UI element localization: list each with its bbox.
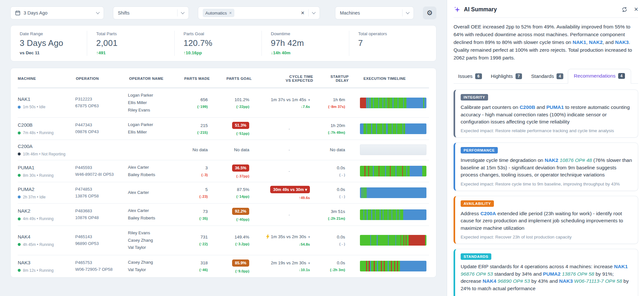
- startup-delay-delta: ( - ): [310, 195, 345, 198]
- close-icon[interactable]: ×: [634, 6, 638, 13]
- table-row[interactable]: NAK11m 50s • IdleP31222367875 OP63Logan …: [18, 88, 429, 118]
- cycle-time-delta: ↓10.1s: [249, 268, 310, 272]
- table-row[interactable]: NAK44h 45m • RunningP46514396890 OP53Ril…: [18, 226, 429, 255]
- machine-link[interactable]: NAK1: [573, 39, 586, 45]
- machine-cell: C200A10h 46m • Not Reporting: [18, 143, 75, 156]
- tab-issues[interactable]: Issues6: [454, 70, 486, 83]
- program-number: P465753: [75, 259, 128, 266]
- timeline-cell: [345, 209, 429, 220]
- tab-count-badge: 4: [557, 73, 563, 79]
- operator-name: Alex Carter: [128, 164, 176, 171]
- machine-group-filter[interactable]: Automatics × ×: [198, 6, 320, 19]
- cycle-time-cell: -: [249, 126, 310, 131]
- table-row[interactable]: C200A10h 46m • Not ReportingNo dataNo da…: [18, 140, 429, 160]
- cycle-time-dropdown[interactable]: 30m 49s vs 30m ▾: [270, 186, 310, 193]
- tab-highlights[interactable]: Highlights7: [486, 70, 527, 83]
- machine-link[interactable]: C200B: [520, 104, 535, 110]
- operator-name: Val Taylor: [128, 244, 176, 251]
- operator-name: Logan Parker: [128, 121, 176, 129]
- table-row[interactable]: NAK24m 49s • RunningP48368310876 OP48Ale…: [18, 204, 429, 226]
- machine-link[interactable]: NAK3: [615, 39, 629, 45]
- table-row[interactable]: PUMA22h 37m • IdleP47485313876 OP58Alex …: [18, 182, 429, 204]
- machine-cell: NAK24m 49s • Running: [18, 208, 75, 221]
- column-header: OPERATOR NAME: [129, 77, 178, 80]
- machine-status: 2h 37m • Idle: [18, 195, 75, 199]
- recommendation-text: Investigate cycle time degradation on NA…: [461, 157, 633, 178]
- kpi-value: 7: [358, 38, 427, 48]
- recommendation-card-performance: PERFORMANCEInvestigate cycle time degrad…: [454, 143, 638, 191]
- recommendation-card-integrity: INTEGRITYCalibrate part counters on C200…: [454, 90, 638, 138]
- table-row[interactable]: PUMA18m 30s • RunningP445593W46-89072-8I…: [18, 160, 429, 183]
- parts-made-value: 731: [176, 235, 208, 239]
- text-segment: by 43% and: [530, 278, 559, 284]
- parts-made-delta: (↑22): [176, 242, 208, 246]
- parts-made-value: 656: [176, 97, 208, 102]
- machine-status: 4m 49s • Running: [18, 217, 75, 221]
- cycle-time-dropdown[interactable]: 1m 37s vs 1m 45s ▾: [249, 97, 310, 102]
- refresh-icon[interactable]: [621, 6, 628, 13]
- operator-name: Logan Parker: [128, 92, 176, 99]
- operation-number: 13876 OP58: [75, 193, 128, 200]
- cycle-time-cell: -: [249, 147, 310, 152]
- program-number: P312223: [75, 96, 128, 103]
- cycle-time-dropdown[interactable]: 2m 19s vs 2m 30s ▾: [249, 260, 310, 265]
- kpi-delta: ↓14h 40m: [271, 50, 340, 55]
- machine-link[interactable]: PUMA1: [546, 104, 564, 110]
- parts-made-cell: 73(↑35): [176, 209, 208, 220]
- startup-delay-cell: 0.0s( - ): [310, 187, 345, 198]
- parts-goal-cell: 101.2%(↑22pp): [208, 97, 250, 109]
- tab-standards[interactable]: Standards4: [526, 70, 567, 83]
- parts-made-cell: 215(↑215): [176, 123, 208, 134]
- tab-count-badge: 7: [516, 73, 522, 79]
- parts-made-value: 215: [176, 123, 208, 128]
- machine-cell: NAK38m 12s • Running: [18, 260, 75, 273]
- machine-name: C200A: [18, 143, 75, 149]
- filter-chip-automatics[interactable]: Automatics ×: [203, 9, 234, 17]
- cycle-time-empty: -: [249, 147, 310, 152]
- recommendation-card-availability: AVAILABILITYAddress C200A extended idle …: [454, 196, 638, 244]
- cycle-time-cell: 2m 19s vs 2m 30s ▾↓10.1s: [249, 260, 310, 272]
- ai-summary-text: Overall OEE increased 2pp to 52% from 49…: [454, 23, 638, 62]
- machine-link[interactable]: C200A: [480, 211, 496, 216]
- machine-link[interactable]: PUMA2: [543, 271, 560, 277]
- status-text: 4h 45m • Running: [23, 242, 54, 247]
- shifts-value: Shifts: [118, 10, 173, 16]
- divider: [402, 9, 403, 16]
- machine-link[interactable]: NAK1: [614, 264, 628, 269]
- ai-tabs: Issues6Highlights7Standards4Recommendati…: [454, 69, 638, 84]
- machine-status: 4h 45m • Running: [18, 242, 75, 247]
- status-dot-icon: [18, 269, 21, 272]
- kpi-total-parts: Total Parts2,001↑491: [87, 31, 174, 56]
- shifts-select[interactable]: Shifts: [113, 6, 189, 19]
- status-text: 1m 50s • Idle: [23, 105, 46, 109]
- date-range-select[interactable]: 3 Days Ago: [10, 6, 104, 19]
- table-row[interactable]: C200B7m 48s • RunningP44734309876 OP43Lo…: [18, 118, 429, 140]
- chip-remove-icon[interactable]: ×: [229, 10, 232, 16]
- column-header: PARTS MADE: [178, 77, 210, 80]
- machine-status: 10h 46m • Not Reporting: [18, 152, 75, 156]
- tab-recommendations[interactable]: Recommendations4: [568, 69, 631, 84]
- ai-panel-header: AI Summary ×: [454, 6, 638, 13]
- tab-label: Recommendations: [574, 73, 616, 79]
- table-row[interactable]: NAK38m 12s • RunningP465753W06-72905-7 O…: [18, 255, 429, 277]
- settings-button[interactable]: ⚙: [423, 6, 436, 19]
- machine-link[interactable]: NAK2: [545, 157, 558, 163]
- cycle-time-empty: -: [249, 126, 310, 131]
- execution-timeline-bar: [360, 209, 426, 220]
- clear-filter-icon[interactable]: ×: [301, 9, 304, 16]
- machine-link[interactable]: NAK3: [559, 278, 573, 284]
- chevron-down-icon: [181, 10, 184, 14]
- operator-cell: Alex CarterBailey Roberts: [128, 207, 176, 222]
- parts-goal-delta: (↑22pp): [208, 105, 250, 109]
- timeline-cell: [345, 261, 429, 271]
- cycle-time-dropdown[interactable]: 1m 35s vs 2m 30s ▾: [249, 234, 310, 240]
- machines-select[interactable]: Machines: [335, 6, 414, 19]
- cycle-time-value: 2m 19s vs 2m 30s: [271, 260, 306, 265]
- machine-link[interactable]: NAK4: [483, 278, 496, 284]
- operator-name: Riley Evans: [128, 229, 176, 237]
- kpi-value: 120.7%: [184, 38, 253, 48]
- date-range-value: 3 Days Ago: [24, 10, 97, 16]
- operation-number: 10876 OP48: [75, 215, 128, 221]
- machine-link[interactable]: NAK2: [589, 39, 603, 45]
- caret-down-icon: ▾: [307, 235, 310, 239]
